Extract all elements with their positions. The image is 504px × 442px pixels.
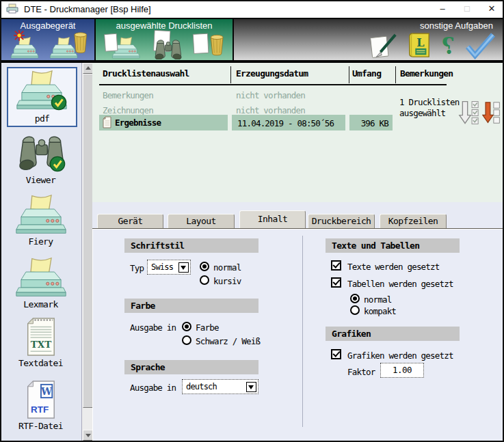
svg-text:TXT: TXT: [31, 339, 51, 350]
sidebar-item-label: pdf: [8, 113, 76, 124]
radio-tabellen-kompakt[interactable]: [350, 305, 360, 315]
delete-lists-icon[interactable]: [189, 29, 226, 59]
printer-icon: [15, 194, 67, 235]
delete-printer-icon[interactable]: [48, 29, 90, 59]
help-icon[interactable]: ?: [440, 34, 456, 59]
radio-normal-label: normal: [213, 262, 241, 273]
toolbar-section-drucklisten: ausgewählte Drucklisten: [96, 19, 233, 60]
maximize-button: □: [455, 0, 479, 18]
confirm-icon[interactable]: [465, 33, 496, 59]
row-name: Bemerkungen: [103, 90, 153, 100]
tab-kopfzeilen[interactable]: Kopfzeilen: [380, 214, 447, 228]
title-bar: DTE - Druckmanager [Bsp Hilfe] – □ ✕: [0, 0, 504, 18]
svg-text:W: W: [40, 385, 53, 397]
column-header-notes: Bemerkungen: [400, 68, 453, 79]
svg-text:?: ?: [442, 34, 455, 59]
radio-kursiv[interactable]: [200, 275, 209, 285]
toolbar: Ausgabegerät ausgewählte Drucklisten son…: [0, 18, 504, 63]
panel-divider: [302, 236, 303, 427]
row-date: 11.04.2019 - 08:50´56: [237, 118, 334, 128]
chevron-down-icon[interactable]: [246, 382, 256, 392]
tab-layout[interactable]: Layout: [168, 214, 235, 228]
column-divider: [349, 66, 349, 83]
radio-tabellen-normal-label: normal: [364, 294, 391, 305]
toolbar-section-aufgaben: sonstige Aufgaben L ?: [234, 19, 503, 60]
drucklisten-table: Drucklistenauswahl Erzeugungsdatum Umfan…: [92, 63, 504, 202]
window-title: DTE - Druckmanager [Bsp Hilfe]: [24, 4, 151, 14]
row-date: nicht vorhanden: [236, 105, 305, 115]
column-header-date: Erzeugungsdatum: [236, 68, 308, 79]
scrollbar-thumb[interactable]: [83, 74, 93, 408]
selection-count: 1 Drucklisten: [399, 97, 459, 108]
close-button[interactable]: ✕: [479, 0, 504, 18]
checkbox-texte[interactable]: [331, 260, 341, 271]
document-icon: [102, 116, 112, 128]
row-date: nicht vorhanden: [236, 90, 305, 100]
faktor-input[interactable]: 1.00: [380, 363, 424, 378]
radio-tabellen-normal[interactable]: [350, 294, 360, 303]
print-lists-icon[interactable]: [102, 29, 142, 59]
sidebar-item-label: Lexmark: [0, 299, 81, 309]
scroll-down-icon[interactable]: [83, 430, 93, 441]
font-type-dropdown[interactable]: Swiss: [147, 260, 191, 275]
ausgabe-in-label: Ausgabe in: [130, 322, 176, 333]
app-window: DTE - Druckmanager [Bsp Hilfe] – □ ✕ Aus…: [0, 0, 504, 442]
section-header-schriftstil: Schriftstil: [124, 238, 258, 253]
sidebar-item-label: Fiery: [0, 236, 81, 247]
view-lists-icon[interactable]: [146, 29, 185, 59]
tab-inhalt[interactable]: Inhalt: [239, 210, 306, 228]
chevron-down-icon[interactable]: [178, 262, 189, 273]
txt-file-icon: TXT: [23, 317, 57, 357]
tab-geraet[interactable]: Gerät: [97, 214, 163, 228]
ausgabe-in-label: Ausgabe in: [130, 383, 176, 393]
sidebar-item-label: Viewer: [0, 175, 81, 185]
row-name: Zeichnungen: [103, 105, 153, 115]
header-rule: [99, 84, 447, 85]
checkbox-texte-label: Texte werden gesetzt: [347, 262, 440, 272]
printer-icon: [15, 257, 67, 298]
radio-tabellen-kompakt-label: kompakt: [364, 306, 396, 316]
select-all-icon[interactable]: [458, 100, 479, 126]
svg-text:RTF: RTF: [31, 404, 49, 415]
selection-info: 1 Drucklisten ausgewählt: [399, 97, 459, 119]
new-printer-icon[interactable]: [5, 29, 44, 59]
radio-kursiv-label: kursiv: [213, 276, 241, 286]
app-printer-icon: [5, 3, 19, 14]
row-name: Ergebnisse: [115, 118, 161, 128]
tab-druckbereich[interactable]: Druckbereich: [308, 214, 375, 228]
language-dropdown[interactable]: deutsch: [182, 379, 258, 394]
dictionary-icon[interactable]: L: [407, 32, 432, 59]
checkbox-tabellen[interactable]: [331, 277, 341, 288]
section-header-grafiken: Grafiken: [326, 327, 460, 341]
row-size: 396 KB: [349, 118, 388, 128]
column-divider: [395, 66, 396, 83]
check-badge-icon: [51, 94, 67, 111]
typ-label: Typ: [130, 263, 144, 273]
toolbar-section-ausgabegeraet: Ausgabegerät: [1, 19, 94, 60]
radio-schwarz-weiss[interactable]: [182, 335, 191, 345]
checkbox-tabellen-label: Tabellen werden gesetzt: [347, 279, 453, 289]
deselect-icon[interactable]: [482, 100, 501, 126]
minimize-button[interactable]: –: [430, 0, 455, 18]
sidebar-item-pdf[interactable]: pdf: [7, 67, 77, 127]
inhalt-panel: Schriftstil Typ Swiss normal kursiv Farb…: [92, 228, 504, 441]
section-header-farbe: Farbe: [124, 299, 258, 313]
scroll-up-icon[interactable]: [83, 63, 93, 74]
radio-normal[interactable]: [200, 262, 209, 271]
sidebar-scrollbar[interactable]: [81, 63, 93, 441]
rtf-file-icon: WRTF: [23, 380, 57, 419]
sidebar-item-label: RTF-Datei: [0, 421, 81, 431]
notes-icon[interactable]: [369, 33, 398, 59]
check-badge-icon: [49, 156, 66, 172]
sidebar-item-label: Textdatei: [0, 358, 81, 368]
section-label: sonstige Aufgaben: [234, 20, 503, 31]
checkbox-grafiken-label: Grafiken werden gesetzt: [347, 350, 453, 361]
radio-farbe[interactable]: [182, 322, 191, 331]
tab-strip: Gerät Layout Inhalt Druckbereich Kopfzei…: [92, 202, 504, 228]
section-header-texte: Texte und Tabellen: [326, 238, 460, 253]
svg-text:L: L: [416, 36, 424, 49]
column-header-name: Drucklistenauswahl: [103, 68, 189, 79]
selection-label: ausgewählt: [399, 108, 459, 119]
column-header-size: Umfang: [352, 68, 381, 79]
checkbox-grafiken[interactable]: [331, 349, 341, 359]
